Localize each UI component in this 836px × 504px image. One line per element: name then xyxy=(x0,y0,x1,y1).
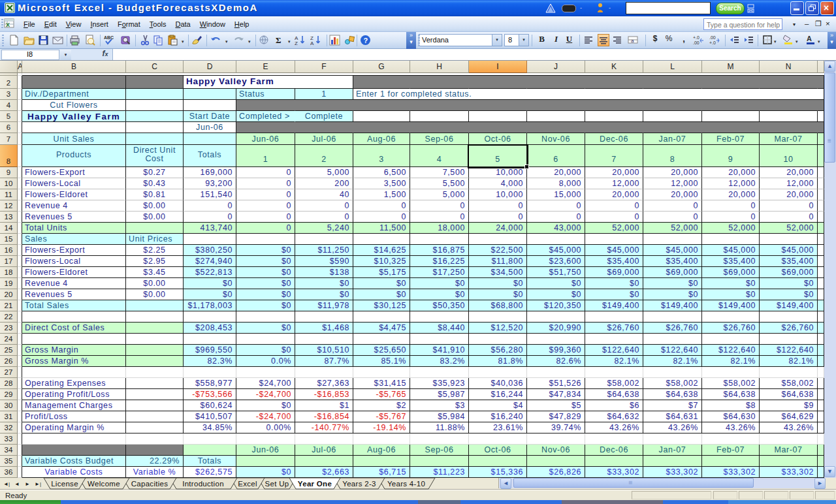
svg-text:Welcome: Welcome xyxy=(88,480,120,488)
svg-text:Year One: Year One xyxy=(298,480,332,488)
svg-text:Years 4-10: Years 4-10 xyxy=(387,480,425,488)
svg-text:Set Up: Set Up xyxy=(265,480,289,488)
svg-text:.00: .00 xyxy=(709,35,716,40)
svg-text:?: ? xyxy=(364,37,368,44)
svg-text:ABC: ABC xyxy=(104,35,114,40)
svg-text:Introduction: Introduction xyxy=(182,480,224,488)
svg-text:License: License xyxy=(51,480,78,488)
svg-text:Excel: Excel xyxy=(238,480,257,488)
svg-text:+.0: +.0 xyxy=(693,35,699,40)
svg-text:a: a xyxy=(631,38,634,44)
svg-text:X: X xyxy=(6,22,10,28)
svg-text:+.0: +.0 xyxy=(709,40,716,45)
svg-text:Years 2-3: Years 2-3 xyxy=(342,480,376,488)
svg-text:.00: .00 xyxy=(693,40,699,45)
svg-text:Z: Z xyxy=(295,40,298,46)
svg-text:A: A xyxy=(807,35,812,42)
svg-text:A: A xyxy=(310,40,314,46)
svg-text:Σ: Σ xyxy=(276,35,281,45)
svg-text:Capacities: Capacities xyxy=(131,480,169,488)
